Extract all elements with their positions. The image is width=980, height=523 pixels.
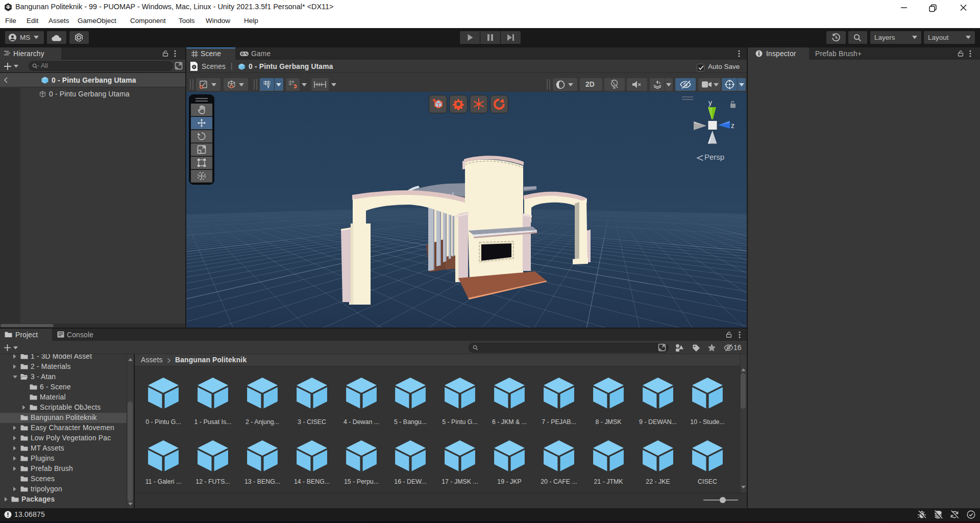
- svg-text:y: y: [708, 98, 712, 107]
- svg-text:Y: Y: [267, 84, 270, 89]
- svg-text:z: z: [731, 121, 734, 130]
